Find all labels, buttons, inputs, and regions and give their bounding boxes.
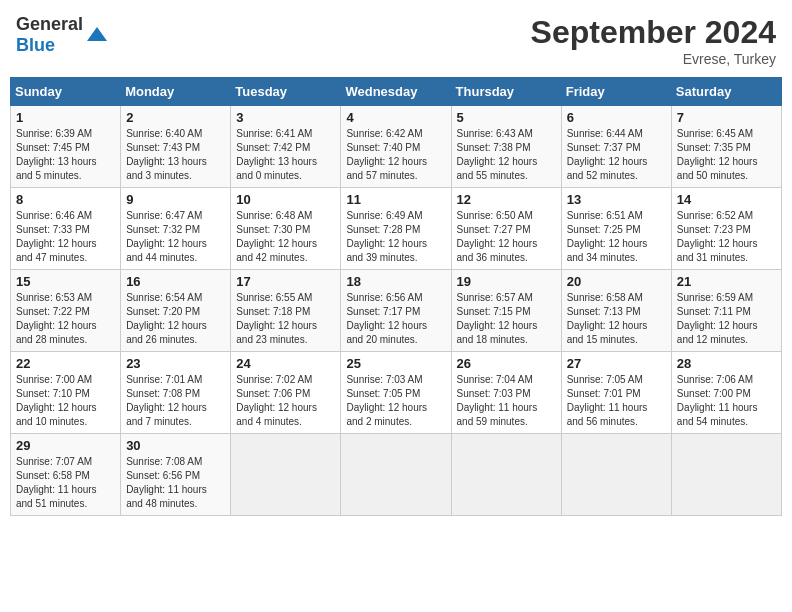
day-number: 6 xyxy=(567,110,666,125)
calendar-cell: 7Sunrise: 6:45 AMSunset: 7:35 PMDaylight… xyxy=(671,106,781,188)
day-info: Sunrise: 7:06 AMSunset: 7:00 PMDaylight:… xyxy=(677,373,776,429)
day-info: Sunrise: 7:03 AMSunset: 7:05 PMDaylight:… xyxy=(346,373,445,429)
day-info: Sunrise: 6:52 AMSunset: 7:23 PMDaylight:… xyxy=(677,209,776,265)
header-day-friday: Friday xyxy=(561,78,671,106)
header-day-wednesday: Wednesday xyxy=(341,78,451,106)
calendar-cell: 30Sunrise: 7:08 AMSunset: 6:56 PMDayligh… xyxy=(121,434,231,516)
calendar-cell: 6Sunrise: 6:44 AMSunset: 7:37 PMDaylight… xyxy=(561,106,671,188)
logo-text: General Blue xyxy=(16,14,83,56)
day-info: Sunrise: 7:00 AMSunset: 7:10 PMDaylight:… xyxy=(16,373,115,429)
calendar-cell xyxy=(451,434,561,516)
day-number: 30 xyxy=(126,438,225,453)
day-info: Sunrise: 7:04 AMSunset: 7:03 PMDaylight:… xyxy=(457,373,556,429)
day-info: Sunrise: 7:05 AMSunset: 7:01 PMDaylight:… xyxy=(567,373,666,429)
calendar-header: SundayMondayTuesdayWednesdayThursdayFrid… xyxy=(11,78,782,106)
day-info: Sunrise: 7:01 AMSunset: 7:08 PMDaylight:… xyxy=(126,373,225,429)
calendar-cell: 10Sunrise: 6:48 AMSunset: 7:30 PMDayligh… xyxy=(231,188,341,270)
day-number: 14 xyxy=(677,192,776,207)
day-info: Sunrise: 6:50 AMSunset: 7:27 PMDaylight:… xyxy=(457,209,556,265)
calendar-cell: 2Sunrise: 6:40 AMSunset: 7:43 PMDaylight… xyxy=(121,106,231,188)
calendar-cell: 12Sunrise: 6:50 AMSunset: 7:27 PMDayligh… xyxy=(451,188,561,270)
day-number: 22 xyxy=(16,356,115,371)
calendar-cell: 28Sunrise: 7:06 AMSunset: 7:00 PMDayligh… xyxy=(671,352,781,434)
calendar-cell: 20Sunrise: 6:58 AMSunset: 7:13 PMDayligh… xyxy=(561,270,671,352)
calendar-cell: 26Sunrise: 7:04 AMSunset: 7:03 PMDayligh… xyxy=(451,352,561,434)
calendar-cell: 14Sunrise: 6:52 AMSunset: 7:23 PMDayligh… xyxy=(671,188,781,270)
calendar-cell: 16Sunrise: 6:54 AMSunset: 7:20 PMDayligh… xyxy=(121,270,231,352)
calendar-cell: 27Sunrise: 7:05 AMSunset: 7:01 PMDayligh… xyxy=(561,352,671,434)
day-info: Sunrise: 6:40 AMSunset: 7:43 PMDaylight:… xyxy=(126,127,225,183)
day-number: 16 xyxy=(126,274,225,289)
header-day-saturday: Saturday xyxy=(671,78,781,106)
day-info: Sunrise: 6:48 AMSunset: 7:30 PMDaylight:… xyxy=(236,209,335,265)
day-number: 17 xyxy=(236,274,335,289)
week-row-1: 8Sunrise: 6:46 AMSunset: 7:33 PMDaylight… xyxy=(11,188,782,270)
calendar-cell: 15Sunrise: 6:53 AMSunset: 7:22 PMDayligh… xyxy=(11,270,121,352)
calendar-body: 1Sunrise: 6:39 AMSunset: 7:45 PMDaylight… xyxy=(11,106,782,516)
page-header: General Blue September 2024 Evrese, Turk… xyxy=(10,10,782,71)
calendar-table: SundayMondayTuesdayWednesdayThursdayFrid… xyxy=(10,77,782,516)
day-number: 1 xyxy=(16,110,115,125)
day-info: Sunrise: 6:51 AMSunset: 7:25 PMDaylight:… xyxy=(567,209,666,265)
logo-icon xyxy=(85,23,109,47)
week-row-0: 1Sunrise: 6:39 AMSunset: 7:45 PMDaylight… xyxy=(11,106,782,188)
day-number: 2 xyxy=(126,110,225,125)
calendar-cell: 29Sunrise: 7:07 AMSunset: 6:58 PMDayligh… xyxy=(11,434,121,516)
day-info: Sunrise: 6:55 AMSunset: 7:18 PMDaylight:… xyxy=(236,291,335,347)
day-number: 13 xyxy=(567,192,666,207)
calendar-cell xyxy=(231,434,341,516)
day-info: Sunrise: 6:54 AMSunset: 7:20 PMDaylight:… xyxy=(126,291,225,347)
calendar-cell: 23Sunrise: 7:01 AMSunset: 7:08 PMDayligh… xyxy=(121,352,231,434)
calendar-cell: 9Sunrise: 6:47 AMSunset: 7:32 PMDaylight… xyxy=(121,188,231,270)
title-block: September 2024 Evrese, Turkey xyxy=(531,14,776,67)
header-day-thursday: Thursday xyxy=(451,78,561,106)
day-info: Sunrise: 6:41 AMSunset: 7:42 PMDaylight:… xyxy=(236,127,335,183)
day-number: 21 xyxy=(677,274,776,289)
day-info: Sunrise: 7:08 AMSunset: 6:56 PMDaylight:… xyxy=(126,455,225,511)
day-number: 9 xyxy=(126,192,225,207)
day-info: Sunrise: 6:44 AMSunset: 7:37 PMDaylight:… xyxy=(567,127,666,183)
day-number: 23 xyxy=(126,356,225,371)
calendar-cell: 24Sunrise: 7:02 AMSunset: 7:06 PMDayligh… xyxy=(231,352,341,434)
day-number: 24 xyxy=(236,356,335,371)
day-info: Sunrise: 6:46 AMSunset: 7:33 PMDaylight:… xyxy=(16,209,115,265)
day-number: 11 xyxy=(346,192,445,207)
calendar-cell: 8Sunrise: 6:46 AMSunset: 7:33 PMDaylight… xyxy=(11,188,121,270)
day-number: 5 xyxy=(457,110,556,125)
day-number: 7 xyxy=(677,110,776,125)
day-info: Sunrise: 6:47 AMSunset: 7:32 PMDaylight:… xyxy=(126,209,225,265)
calendar-cell: 5Sunrise: 6:43 AMSunset: 7:38 PMDaylight… xyxy=(451,106,561,188)
calendar-cell: 22Sunrise: 7:00 AMSunset: 7:10 PMDayligh… xyxy=(11,352,121,434)
day-number: 12 xyxy=(457,192,556,207)
header-day-sunday: Sunday xyxy=(11,78,121,106)
calendar-cell xyxy=(671,434,781,516)
day-number: 3 xyxy=(236,110,335,125)
calendar-cell: 18Sunrise: 6:56 AMSunset: 7:17 PMDayligh… xyxy=(341,270,451,352)
day-info: Sunrise: 6:43 AMSunset: 7:38 PMDaylight:… xyxy=(457,127,556,183)
day-info: Sunrise: 6:42 AMSunset: 7:40 PMDaylight:… xyxy=(346,127,445,183)
header-day-monday: Monday xyxy=(121,78,231,106)
day-number: 19 xyxy=(457,274,556,289)
day-info: Sunrise: 7:07 AMSunset: 6:58 PMDaylight:… xyxy=(16,455,115,511)
day-info: Sunrise: 6:45 AMSunset: 7:35 PMDaylight:… xyxy=(677,127,776,183)
calendar-cell: 25Sunrise: 7:03 AMSunset: 7:05 PMDayligh… xyxy=(341,352,451,434)
day-number: 4 xyxy=(346,110,445,125)
day-info: Sunrise: 6:58 AMSunset: 7:13 PMDaylight:… xyxy=(567,291,666,347)
day-info: Sunrise: 6:56 AMSunset: 7:17 PMDaylight:… xyxy=(346,291,445,347)
calendar-cell: 3Sunrise: 6:41 AMSunset: 7:42 PMDaylight… xyxy=(231,106,341,188)
calendar-cell: 17Sunrise: 6:55 AMSunset: 7:18 PMDayligh… xyxy=(231,270,341,352)
day-number: 8 xyxy=(16,192,115,207)
week-row-3: 22Sunrise: 7:00 AMSunset: 7:10 PMDayligh… xyxy=(11,352,782,434)
calendar-cell: 1Sunrise: 6:39 AMSunset: 7:45 PMDaylight… xyxy=(11,106,121,188)
calendar-cell: 4Sunrise: 6:42 AMSunset: 7:40 PMDaylight… xyxy=(341,106,451,188)
day-info: Sunrise: 6:59 AMSunset: 7:11 PMDaylight:… xyxy=(677,291,776,347)
logo-general: General xyxy=(16,14,83,34)
day-info: Sunrise: 6:39 AMSunset: 7:45 PMDaylight:… xyxy=(16,127,115,183)
calendar-cell xyxy=(561,434,671,516)
header-row: SundayMondayTuesdayWednesdayThursdayFrid… xyxy=(11,78,782,106)
header-day-tuesday: Tuesday xyxy=(231,78,341,106)
calendar-cell: 21Sunrise: 6:59 AMSunset: 7:11 PMDayligh… xyxy=(671,270,781,352)
day-number: 20 xyxy=(567,274,666,289)
day-number: 25 xyxy=(346,356,445,371)
calendar-cell: 11Sunrise: 6:49 AMSunset: 7:28 PMDayligh… xyxy=(341,188,451,270)
